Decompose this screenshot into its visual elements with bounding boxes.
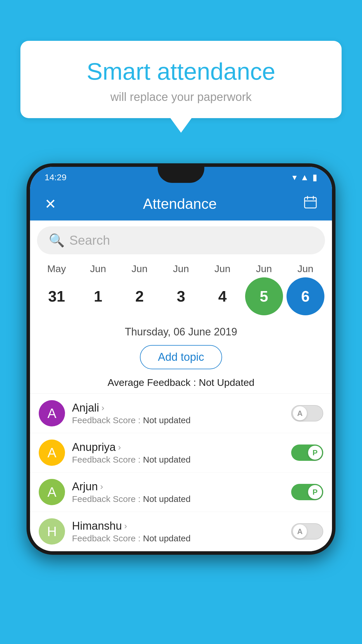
avg-feedback: Average Feedback : Not Updated	[30, 374, 332, 393]
month-0: May	[38, 263, 75, 274]
month-4: Jun	[203, 263, 241, 274]
student-feedback-himanshu: Feedback Score : Not updated	[72, 533, 291, 543]
attendance-toggle-himanshu[interactable]: A	[291, 523, 323, 540]
app-header: ✕ Attendance	[30, 187, 332, 220]
month-5: Jun	[245, 263, 283, 274]
student-name-anupriya: Anupriya ›	[72, 441, 291, 454]
student-name-himanshu: Himanshu ›	[72, 520, 291, 532]
avatar-himanshu: H	[39, 518, 65, 545]
avatar-anjali: A	[39, 400, 65, 426]
attendance-toggle-anjali[interactable]: A	[291, 405, 323, 421]
phone: 14:29 ▾ ▲ ▮ ✕ Attendance	[27, 163, 335, 555]
chevron-icon: ›	[101, 403, 104, 413]
phone-screen: 14:29 ▾ ▲ ▮ ✕ Attendance	[30, 167, 332, 551]
day-2[interactable]: 2	[121, 277, 159, 315]
student-item-himanshu[interactable]: H Himanshu › Feedback Score : Not update…	[30, 512, 332, 551]
student-info-arjun: Arjun › Feedback Score : Not updated	[72, 480, 291, 504]
page-title: Attendance	[143, 195, 217, 212]
signal-icon: ▲	[300, 172, 309, 182]
toggle-knob-anjali: A	[293, 406, 307, 420]
student-feedback-arjun: Feedback Score : Not updated	[72, 494, 291, 504]
toggle-arjun[interactable]: P	[291, 484, 323, 500]
student-list: A Anjali › Feedback Score : Not updated …	[30, 393, 332, 551]
add-topic-button[interactable]: Add topic	[140, 345, 222, 369]
avatar-arjun: A	[39, 479, 65, 505]
speech-bubble: Smart attendance will replace your paper…	[20, 41, 342, 118]
search-bar[interactable]: 🔍 Search	[37, 226, 325, 254]
month-6: Jun	[287, 263, 324, 274]
phone-wrapper: 14:29 ▾ ▲ ▮ ✕ Attendance	[27, 163, 335, 555]
day-5[interactable]: 5	[245, 277, 283, 315]
search-placeholder: Search	[69, 233, 110, 248]
student-info-himanshu: Himanshu › Feedback Score : Not updated	[72, 520, 291, 543]
attendance-toggle-arjun[interactable]: P	[291, 484, 323, 500]
svg-rect-0	[305, 197, 316, 208]
toggle-knob-anupriya: P	[308, 446, 322, 460]
student-item-anjali[interactable]: A Anjali › Feedback Score : Not updated …	[30, 394, 332, 433]
phone-notch	[158, 167, 204, 183]
toggle-knob-arjun: P	[308, 485, 322, 499]
date-display: Thursday, 06 June 2019	[30, 321, 332, 340]
search-icon: 🔍	[49, 233, 65, 248]
toggle-himanshu[interactable]: A	[291, 523, 323, 540]
student-feedback-anupriya: Feedback Score : Not updated	[72, 455, 291, 465]
chevron-icon: ›	[100, 482, 103, 491]
battery-icon: ▮	[312, 172, 317, 182]
student-item-arjun[interactable]: A Arjun › Feedback Score : Not updated P	[30, 473, 332, 512]
status-icons: ▾ ▲ ▮	[292, 172, 317, 182]
student-info-anupriya: Anupriya › Feedback Score : Not updated	[72, 441, 291, 465]
wifi-icon: ▾	[292, 172, 297, 182]
student-name-anjali: Anjali ›	[72, 402, 291, 414]
day-6[interactable]: 6	[287, 277, 324, 315]
day-31[interactable]: 31	[38, 277, 75, 315]
day-1[interactable]: 1	[79, 277, 117, 315]
month-1: Jun	[79, 263, 117, 274]
month-2: Jun	[121, 263, 159, 274]
chevron-icon: ›	[124, 521, 127, 531]
calendar-icon[interactable]	[303, 195, 317, 212]
avatar-anupriya: A	[39, 440, 65, 466]
speech-bubble-subtitle: will replace your paperwork	[35, 90, 327, 104]
close-button[interactable]: ✕	[45, 196, 56, 212]
status-time: 14:29	[45, 172, 66, 182]
day-4[interactable]: 4	[203, 277, 241, 315]
toggle-knob-himanshu: A	[293, 524, 307, 538]
toggle-anupriya[interactable]: P	[291, 444, 323, 461]
day-3[interactable]: 3	[162, 277, 200, 315]
student-name-arjun: Arjun ›	[72, 480, 291, 493]
month-3: Jun	[162, 263, 200, 274]
attendance-toggle-anupriya[interactable]: P	[291, 444, 323, 461]
student-info-anjali: Anjali › Feedback Score : Not updated	[72, 402, 291, 425]
speech-bubble-title: Smart attendance	[35, 58, 327, 85]
calendar-months: May Jun Jun Jun Jun Jun Jun	[36, 263, 326, 274]
avg-feedback-value: Not Updated	[199, 377, 254, 388]
chevron-icon: ›	[118, 442, 121, 452]
calendar-days: 31 1 2 3 4 5 6	[36, 277, 326, 315]
avg-feedback-label: Average Feedback :	[108, 377, 199, 388]
calendar-strip: May Jun Jun Jun Jun Jun Jun 31 1 2 3 4 5…	[30, 260, 332, 321]
student-feedback-anjali: Feedback Score : Not updated	[72, 415, 291, 425]
toggle-anjali[interactable]: A	[291, 405, 323, 421]
student-item-anupriya[interactable]: A Anupriya › Feedback Score : Not update…	[30, 433, 332, 473]
